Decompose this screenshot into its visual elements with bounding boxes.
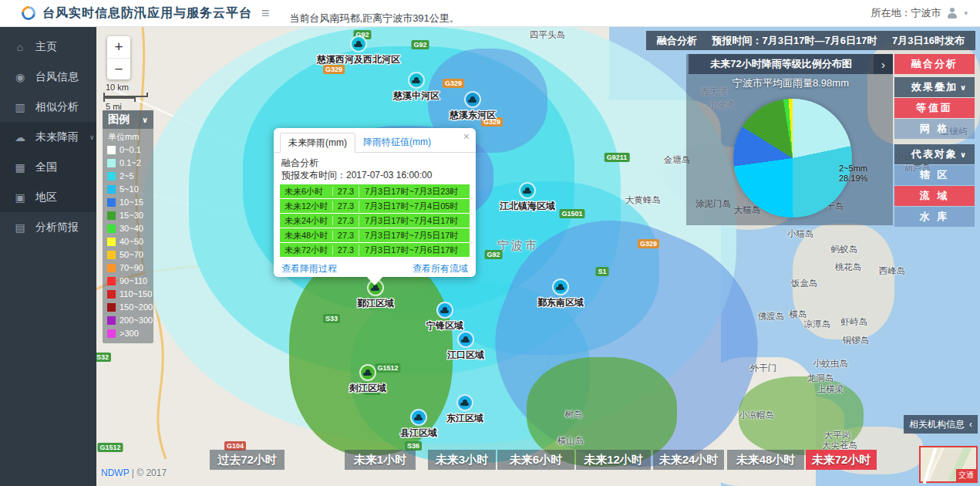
rain-gauge-icon[interactable] bbox=[456, 394, 473, 411]
close-icon[interactable]: × bbox=[463, 130, 470, 143]
legend-item: 2~5 bbox=[103, 170, 153, 183]
rain-gauge-icon[interactable] bbox=[410, 409, 427, 426]
region-marker[interactable]: 江北镇海区域 bbox=[500, 182, 555, 213]
region-marker[interactable]: 宁锋区域 bbox=[426, 302, 463, 332]
sidebar-item-icon: ◉ bbox=[14, 71, 26, 83]
related-orgs-button[interactable]: 相关机构信息 ‹ bbox=[904, 415, 978, 434]
legend-range-label: 30~40 bbox=[120, 224, 143, 234]
sidebar-item[interactable]: ◉ 台风信息 bbox=[0, 62, 96, 92]
map-place-label: 横山岛 bbox=[557, 435, 584, 447]
region-marker[interactable]: 鄞东南区域 bbox=[537, 278, 584, 309]
time-range-button[interactable]: 未来24小时 bbox=[653, 450, 724, 470]
legend-range-label: 0~0.1 bbox=[120, 145, 141, 155]
table-row: 未来48小时 27.3 7月3日17时~7月5日17时 bbox=[280, 228, 470, 242]
map-copyright: NDWP | © 2017 bbox=[101, 467, 167, 478]
sidebar-item-icon: ▥ bbox=[14, 101, 26, 113]
region-marker[interactable]: 慈溪中河区 bbox=[393, 72, 439, 103]
map-canvas[interactable]: 四平头岛宁波市金塘岛大黄蜂岛涂泥门岛大猫岛小千岛小猫岛蚂蚁岛桃花岛西峰岛饭盒岛佛… bbox=[96, 27, 980, 486]
legend-color-swatch bbox=[107, 224, 116, 233]
zoom-out-button[interactable]: − bbox=[107, 58, 130, 79]
sidebar-item-icon: ▤ bbox=[14, 221, 26, 234]
map-place-label: 凉潭岛 bbox=[804, 319, 831, 330]
time-range-button[interactable]: 未来3小时 bbox=[428, 450, 496, 470]
view-rain-process-link[interactable]: 查看降雨过程 bbox=[281, 262, 337, 275]
overlay-option-button[interactable]: 网 格 bbox=[894, 119, 975, 139]
time-range-button[interactable]: 未来72小时 bbox=[806, 450, 877, 470]
time-range-button[interactable]: 未来48小时 bbox=[727, 450, 804, 470]
legend-item: 5~10 bbox=[103, 183, 153, 196]
time-range-button[interactable]: 未来12小时 bbox=[576, 450, 651, 470]
legend-header[interactable]: 图例 ∨ bbox=[103, 110, 153, 129]
map-place-label: 外干门 bbox=[750, 363, 777, 374]
legend-item: 15~30 bbox=[103, 209, 153, 222]
expand-icon[interactable]: › bbox=[874, 54, 893, 74]
fusion-analysis-button[interactable]: 融合分析 bbox=[894, 54, 975, 74]
rain-gauge-icon[interactable] bbox=[519, 182, 536, 199]
traffic-layer-tag: 交通 bbox=[956, 469, 976, 481]
legend-item: 40~50 bbox=[103, 235, 153, 248]
ndwp-link[interactable]: NDWP bbox=[101, 467, 129, 478]
user-icon[interactable] bbox=[946, 8, 958, 19]
legend-color-swatch bbox=[107, 303, 116, 312]
menu-icon[interactable]: ≡ bbox=[261, 5, 270, 22]
region-marker[interactable]: 江口区域 bbox=[447, 331, 484, 362]
region-marker[interactable]: 东江区域 bbox=[446, 394, 483, 425]
forecast-mode: 融合分析 bbox=[657, 34, 697, 48]
object-option-button[interactable]: 辖 区 bbox=[894, 165, 975, 185]
popup-tab[interactable]: 降雨特征值(mm) bbox=[355, 133, 439, 152]
overlay-group-header[interactable]: 效果叠加 ∨ bbox=[894, 77, 975, 97]
legend-range-label: 5~10 bbox=[120, 184, 139, 194]
region-marker[interactable]: 慈溪东河区 bbox=[450, 91, 496, 122]
time-range-button[interactable]: 未来6小时 bbox=[497, 450, 574, 470]
sidebar-item[interactable]: ▤ 分析简报 bbox=[0, 212, 96, 242]
time-range-button[interactable]: 未来1小时 bbox=[345, 450, 416, 470]
table-row: 未来12小时 27.3 7月3日17时~7月4日05时 bbox=[280, 199, 470, 213]
legend-range-label: 110~150 bbox=[120, 289, 152, 299]
minimap-thumbnail[interactable]: 交通 bbox=[919, 446, 978, 483]
region-marker-label: 剡江区域 bbox=[349, 382, 386, 395]
object-option-button[interactable]: 流 域 bbox=[894, 186, 975, 206]
region-marker[interactable]: 慈溪西河及西北河区 bbox=[317, 35, 400, 66]
map-place-label: 树岛 bbox=[565, 409, 583, 420]
object-option-button[interactable]: 水 库 bbox=[894, 207, 975, 227]
legend-item: 110~150 bbox=[103, 288, 153, 301]
region-marker[interactable]: 县江区域 bbox=[400, 409, 437, 440]
map-place-label: 上横梁 bbox=[817, 383, 844, 395]
rain-gauge-icon[interactable] bbox=[464, 91, 481, 108]
legend-range-label: 40~50 bbox=[120, 237, 143, 247]
forecast-published: 7月3日16时发布 bbox=[892, 34, 965, 48]
legend-item: >300 bbox=[103, 327, 153, 340]
rain-gauge-icon[interactable] bbox=[408, 72, 425, 89]
zoom-in-button[interactable]: + bbox=[107, 36, 130, 58]
sidebar-item[interactable]: ☁ 未来降雨 ∨ bbox=[0, 122, 96, 152]
time-range-button[interactable]: 过去72小时 bbox=[210, 450, 285, 470]
sidebar-item-label: 未来降雨 bbox=[35, 130, 79, 144]
legend-title: 图例 bbox=[108, 113, 130, 127]
sidebar-item[interactable]: ▣ 地区 bbox=[0, 182, 96, 212]
rain-gauge-icon[interactable] bbox=[457, 331, 474, 348]
legend-range-label: 2~5 bbox=[120, 171, 134, 181]
chevron-down-icon[interactable]: ▾ bbox=[964, 9, 968, 17]
rain-gauge-icon[interactable] bbox=[436, 302, 453, 319]
popup-tab[interactable]: 未来降雨(mm) bbox=[280, 133, 355, 153]
rain-gauge-icon[interactable] bbox=[552, 278, 569, 295]
region-marker[interactable]: 剡江区域 bbox=[349, 364, 386, 395]
legend-color-swatch bbox=[107, 264, 116, 272]
sidebar-item[interactable]: ▥ 相似分析 bbox=[0, 92, 96, 122]
header-right: 所在地：宁波市 ▾ bbox=[871, 6, 968, 20]
legend-color-swatch bbox=[107, 146, 116, 154]
road-number-badge: S1 bbox=[595, 267, 608, 276]
overlay-option-button[interactable]: 等值面 bbox=[894, 98, 975, 118]
sidebar-item-label: 主页 bbox=[35, 40, 57, 54]
sidebar-item[interactable]: ▦ 全国 bbox=[0, 152, 96, 182]
view-all-basins-link[interactable]: 查看所有流域 bbox=[413, 262, 468, 275]
table-row: 未来72小时 27.3 7月3日17时~7月6日17时 bbox=[280, 243, 470, 257]
sidebar-item[interactable]: ⌂ 主页 bbox=[0, 32, 96, 62]
rain-gauge-icon[interactable] bbox=[359, 364, 376, 381]
rain-gauge-icon[interactable] bbox=[350, 35, 367, 52]
object-group-header[interactable]: 代表对象 ∨ bbox=[894, 144, 975, 164]
value-cell: 27.3 bbox=[332, 231, 359, 240]
value-cell: 27.3 bbox=[332, 245, 359, 255]
legend-range-label: 0.1~2 bbox=[120, 158, 141, 168]
copyright-text: | © 2017 bbox=[132, 467, 167, 478]
